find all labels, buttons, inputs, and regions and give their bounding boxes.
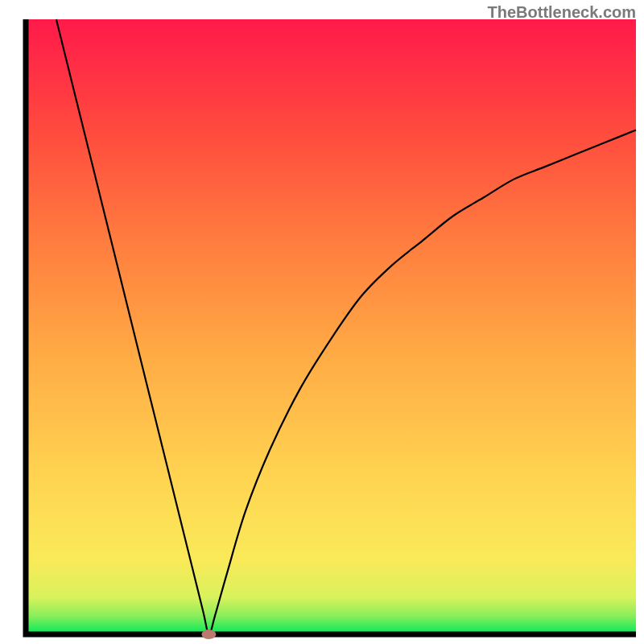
minimum-marker	[201, 630, 216, 639]
plot-background	[26, 19, 636, 634]
chart-canvas: TheBottleneck.com	[0, 0, 644, 644]
watermark-text: TheBottleneck.com	[488, 3, 636, 22]
bottleneck-chart	[0, 0, 644, 644]
